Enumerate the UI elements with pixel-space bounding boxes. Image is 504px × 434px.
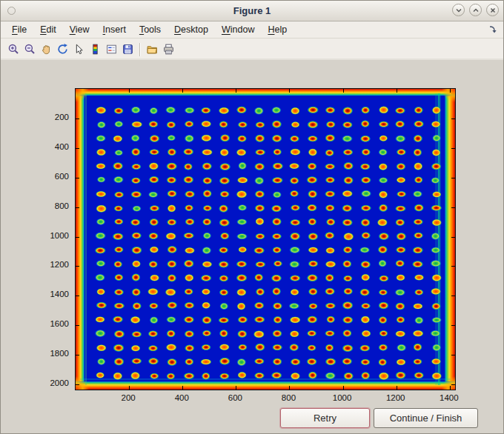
menu-tools[interactable]: Tools bbox=[133, 23, 168, 36]
pan-icon bbox=[40, 43, 53, 56]
window-menu-icon[interactable] bbox=[7, 7, 16, 15]
window-title: Figure 1 bbox=[1, 5, 503, 16]
titlebar[interactable]: Figure 1 bbox=[1, 1, 503, 21]
rotate-3d-button[interactable] bbox=[54, 41, 70, 58]
rotate-3d-icon bbox=[56, 43, 69, 56]
close-icon bbox=[489, 7, 497, 14]
chevron-down-icon bbox=[455, 7, 462, 14]
colorbar-button[interactable] bbox=[87, 41, 103, 58]
menu-view[interactable]: View bbox=[63, 23, 96, 36]
chevron-up-icon bbox=[472, 7, 480, 14]
figure-window: Figure 1 FileEditViewInsertToolsDesktopW… bbox=[0, 0, 504, 434]
menubar: FileEditViewInsertToolsDesktopWindowHelp bbox=[1, 21, 503, 39]
close-button[interactable] bbox=[486, 4, 499, 16]
pan-button[interactable] bbox=[38, 41, 54, 58]
continue-finish-button[interactable]: Continue / Finish bbox=[374, 408, 478, 428]
save-icon bbox=[122, 43, 134, 56]
dock-figure-button[interactable] bbox=[488, 25, 497, 34]
retry-button[interactable]: Retry bbox=[280, 408, 370, 428]
maximize-button[interactable] bbox=[469, 4, 482, 16]
menu-items: FileEditViewInsertToolsDesktopWindowHelp bbox=[5, 23, 294, 36]
axes bbox=[75, 88, 456, 390]
open-folder-button[interactable] bbox=[144, 41, 160, 58]
toolbar-separator bbox=[139, 43, 140, 56]
zoom-out-button[interactable] bbox=[21, 41, 38, 58]
print-button[interactable] bbox=[160, 41, 176, 58]
figure-toolbar bbox=[1, 39, 503, 61]
print-icon bbox=[162, 43, 175, 56]
dock-figure-icon bbox=[488, 25, 497, 34]
zoom-out-icon bbox=[24, 43, 36, 56]
minimize-button[interactable] bbox=[452, 4, 465, 16]
menu-edit[interactable]: Edit bbox=[33, 23, 63, 36]
menu-insert[interactable]: Insert bbox=[96, 23, 133, 36]
menu-file[interactable]: File bbox=[5, 23, 33, 36]
save-button[interactable] bbox=[119, 41, 136, 58]
colorbar-icon bbox=[89, 43, 102, 56]
edit-plot-icon bbox=[73, 43, 85, 56]
edit-plot-button[interactable] bbox=[70, 41, 87, 58]
legend-icon bbox=[105, 43, 118, 56]
open-folder-icon bbox=[146, 43, 159, 56]
zoom-in-button[interactable] bbox=[5, 41, 21, 58]
menu-desktop[interactable]: Desktop bbox=[168, 23, 215, 36]
legend-button[interactable] bbox=[103, 41, 119, 58]
menu-help[interactable]: Help bbox=[261, 23, 294, 36]
window-controls bbox=[452, 4, 499, 16]
menu-window[interactable]: Window bbox=[215, 23, 261, 36]
plate-image[interactable] bbox=[76, 89, 455, 390]
zoom-in-icon bbox=[7, 43, 20, 56]
